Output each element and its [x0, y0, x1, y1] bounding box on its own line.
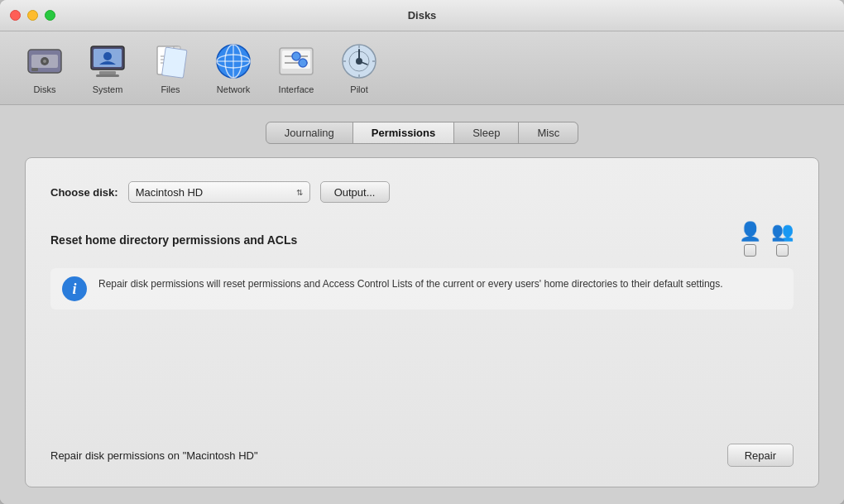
repair-disk-label: Repair disk permissions on "Macintosh HD…: [50, 449, 258, 462]
svg-rect-15: [162, 47, 187, 78]
toolbar-item-pilot[interactable]: Pilot: [331, 38, 387, 98]
svg-point-24: [292, 52, 300, 60]
maximize-button[interactable]: [45, 10, 55, 21]
title-bar: Disks: [0, 0, 844, 31]
reset-label: Reset home directory permissions and ACL…: [50, 233, 297, 247]
disk-select[interactable]: Macintosh HD ⇅: [128, 181, 310, 203]
svg-point-26: [299, 59, 307, 67]
info-icon: i: [62, 276, 87, 301]
bottom-row: Repair disk permissions on "Macintosh HD…: [50, 437, 794, 467]
main-window: Disks Disks: [0, 0, 844, 504]
permissions-panel: Choose disk: Macintosh HD ⇅ Output... Re…: [25, 157, 819, 487]
disks-label: Disks: [34, 84, 56, 94]
window-title: Disks: [408, 9, 437, 22]
tab-misc[interactable]: Misc: [519, 122, 578, 143]
close-button[interactable]: [10, 10, 21, 21]
disk-select-value: Macintosh HD: [136, 186, 204, 199]
traffic-lights: [10, 10, 55, 21]
pilot-icon: [339, 41, 379, 81]
multi-user-icon: 👥: [771, 223, 794, 241]
system-label: System: [93, 84, 123, 94]
toolbar-item-system[interactable]: System: [79, 38, 136, 98]
toolbar-item-interface[interactable]: Interface: [268, 38, 324, 98]
permissions-section: Reset home directory permissions and ACL…: [50, 223, 794, 310]
pilot-label: Pilot: [350, 84, 367, 94]
svg-point-3: [43, 60, 46, 63]
single-user-icon: 👤: [739, 223, 761, 241]
network-icon: [213, 41, 253, 81]
svg-rect-8: [96, 74, 119, 77]
multi-user-checkbox[interactable]: [776, 244, 789, 257]
info-text: Repair disk permissions will reset permi…: [98, 276, 723, 291]
toolbar-item-files[interactable]: Files: [142, 38, 199, 98]
user-icons: 👤 👥: [739, 223, 794, 257]
choose-disk-label: Choose disk:: [50, 186, 118, 199]
svg-point-9: [103, 52, 112, 60]
tab-permissions[interactable]: Permissions: [353, 122, 454, 143]
tab-sleep[interactable]: Sleep: [454, 122, 519, 143]
system-icon: [88, 41, 127, 81]
interface-icon: [276, 41, 316, 81]
info-box: i Repair disk permissions will reset per…: [50, 268, 794, 310]
tabs: Journaling Permissions Sleep Misc: [266, 122, 578, 144]
tabs-container: Journaling Permissions Sleep Misc: [25, 122, 819, 144]
svg-rect-4: [31, 68, 38, 71]
choose-disk-row: Choose disk: Macintosh HD ⇅ Output...: [50, 178, 794, 206]
disks-icon: [25, 41, 65, 81]
output-button[interactable]: Output...: [320, 181, 390, 203]
files-label: Files: [161, 84, 180, 94]
repair-button[interactable]: Repair: [727, 444, 794, 467]
reset-row: Reset home directory permissions and ACL…: [50, 223, 794, 257]
tab-journaling[interactable]: Journaling: [266, 122, 353, 143]
single-user-checkbox[interactable]: [744, 244, 756, 257]
single-user-group: 👤: [739, 223, 761, 257]
interface-label: Interface: [279, 84, 314, 94]
minimize-button[interactable]: [27, 10, 38, 21]
toolbar: Disks System: [0, 31, 844, 105]
toolbar-item-disks[interactable]: Disks: [17, 38, 73, 98]
multi-user-group: 👥: [771, 223, 794, 257]
files-icon: [151, 41, 190, 81]
network-label: Network: [217, 84, 250, 94]
content-area: Journaling Permissions Sleep Misc Choose…: [0, 105, 844, 504]
toolbar-item-network[interactable]: Network: [205, 38, 261, 98]
svg-rect-7: [99, 71, 116, 74]
disk-select-arrow-icon: ⇅: [296, 188, 303, 197]
